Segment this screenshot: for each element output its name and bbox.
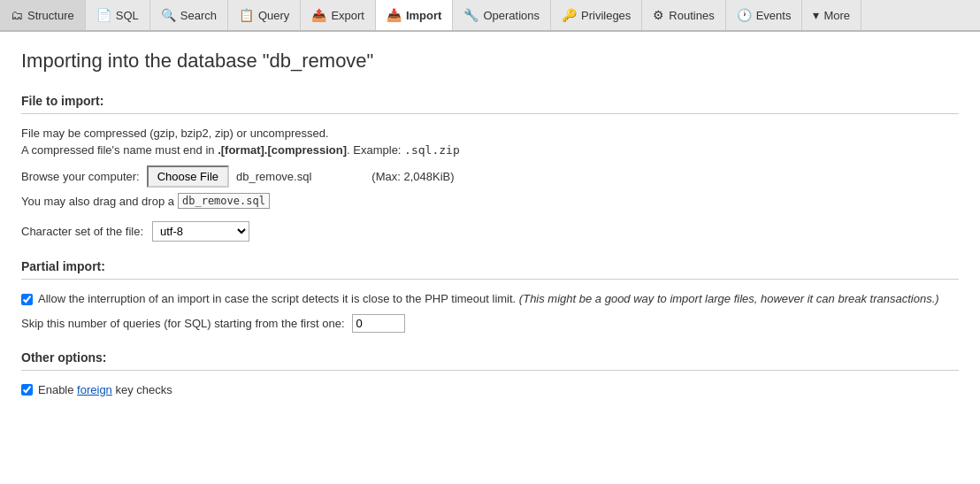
search-icon: 🔍 [161, 8, 176, 22]
allow-interrupt-checkbox[interactable] [21, 294, 33, 305]
charset-label: Character set of the file: [21, 225, 143, 238]
drag-file-box: db_remove.sql [178, 193, 270, 209]
more-icon: ▾ [813, 8, 819, 22]
foreign-key-link[interactable]: foreign [77, 383, 112, 396]
nav-search[interactable]: 🔍 Search [150, 0, 228, 30]
nav-structure[interactable]: 🗂 Structure [0, 0, 86, 30]
allow-interrupt-note: (This might be a good way to import larg… [519, 292, 939, 305]
nav-query-label: Query [258, 9, 289, 22]
events-icon: 🕐 [737, 8, 752, 22]
nav-operations-label: Operations [483, 9, 540, 22]
nav-structure-label: Structure [27, 9, 74, 22]
nav-import-label: Import [406, 9, 441, 22]
compress-info-1: File may be compressed (gzip, bzip2, zip… [21, 127, 959, 140]
file-name-display: db_remove.sql [236, 170, 311, 183]
other-options-section: Other options: Enable foreign key checks [21, 350, 959, 396]
foreign-key-label: Enable foreign key checks [38, 383, 172, 396]
max-size-text: (Max: 2,048KiB) [371, 170, 454, 183]
nav-bar: 🗂 Structure 📄 SQL 🔍 Search 📋 Query 📤 Exp… [0, 0, 980, 32]
browse-label: Browse your computer: [21, 170, 140, 183]
file-section-header: File to import: [21, 94, 959, 108]
browse-row: Browse your computer: Choose File db_rem… [21, 165, 959, 188]
drag-drop-row: You may also drag and drop a db_remove.s… [21, 193, 959, 209]
nav-more-label: More [823, 9, 850, 22]
nav-import[interactable]: 📥 Import [376, 0, 453, 32]
charset-select[interactable]: utf-8 latin1 utf16 [152, 221, 249, 242]
nav-sql[interactable]: 📄 SQL [86, 0, 150, 30]
sql-icon: 📄 [96, 8, 111, 22]
partial-import-section: Partial import: Allow the interruption o… [21, 259, 959, 333]
page-title: Importing into the database "db_remove" [21, 50, 959, 73]
nav-routines[interactable]: ⚙ Routines [642, 0, 725, 30]
privileges-icon: 🔑 [562, 8, 577, 22]
structure-icon: 🗂 [11, 8, 23, 22]
skip-row: Skip this number of queries (for SQL) st… [21, 314, 959, 333]
nav-privileges-label: Privileges [581, 9, 631, 22]
nav-routines-label: Routines [669, 9, 714, 22]
query-icon: 📋 [239, 8, 254, 22]
allow-interrupt-row: Allow the interruption of an import in c… [21, 292, 959, 305]
export-icon: 📤 [311, 8, 326, 22]
choose-file-button[interactable]: Choose File [147, 165, 229, 188]
skip-label: Skip this number of queries (for SQL) st… [21, 317, 345, 330]
nav-events[interactable]: 🕐 Events [726, 0, 803, 30]
nav-export[interactable]: 📤 Export [301, 0, 376, 30]
operations-icon: 🔧 [463, 8, 479, 22]
nav-sql-label: SQL [116, 9, 139, 22]
file-import-section: File to import: File may be compressed (… [21, 94, 959, 242]
partial-section-header: Partial import: [21, 259, 959, 273]
compress-info-2: A compressed file's name must end in .[f… [21, 143, 959, 157]
foreign-key-row: Enable foreign key checks [21, 383, 959, 396]
file-section-divider [21, 113, 959, 114]
other-section-header: Other options: [21, 350, 959, 365]
skip-input[interactable] [352, 314, 405, 333]
main-content: Importing into the database "db_remove" … [0, 32, 980, 484]
drag-drop-text: You may also drag and drop a [21, 195, 174, 208]
nav-privileges[interactable]: 🔑 Privileges [551, 0, 642, 30]
import-icon: 📥 [387, 8, 402, 22]
routines-icon: ⚙ [653, 8, 664, 22]
nav-search-label: Search [180, 9, 217, 22]
nav-more[interactable]: ▾ More [802, 0, 861, 30]
other-section-divider [21, 370, 959, 371]
nav-export-label: Export [331, 9, 364, 22]
charset-row: Character set of the file: utf-8 latin1 … [21, 221, 959, 242]
partial-section-divider [21, 279, 959, 280]
allow-interrupt-text: Allow the interruption of an import in c… [38, 292, 939, 305]
nav-events-label: Events [756, 9, 792, 22]
nav-operations[interactable]: 🔧 Operations [453, 0, 551, 30]
foreign-key-checkbox[interactable] [21, 384, 33, 396]
nav-query[interactable]: 📋 Query [228, 0, 301, 30]
